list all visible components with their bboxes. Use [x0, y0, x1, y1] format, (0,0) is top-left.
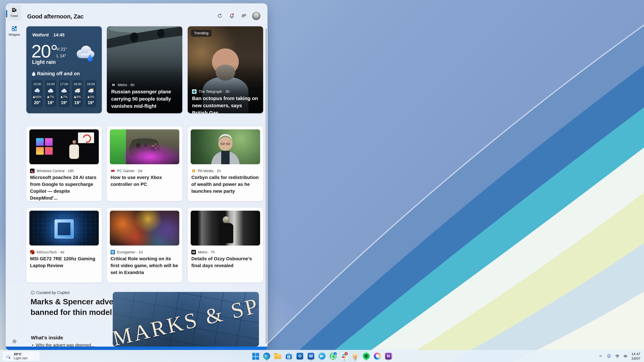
article-image — [191, 211, 260, 246]
feed-icon — [12, 7, 17, 13]
news-card[interactable]: PA Media · 1h Corbyn calls for redistrib… — [188, 126, 263, 201]
copilot-icon — [374, 353, 381, 360]
clock[interactable]: 14:47 24/07 — [630, 352, 642, 361]
article-image — [110, 129, 179, 164]
source-meta: Metro · 7h — [198, 250, 215, 254]
hour-tile[interactable]: 19:00 3% 19° — [86, 80, 96, 107]
taskbar-weather-condition: Light rain — [14, 356, 28, 360]
refresh-button[interactable] — [216, 12, 224, 20]
sidebar-feed-label: Feed — [10, 14, 18, 18]
hour-tile[interactable]: 17:00 7% 19° — [59, 80, 70, 107]
cupcake-icon — [352, 353, 358, 360]
news-card[interactable]: M Metro · 6h Russian passenger plane car… — [107, 26, 182, 113]
chevron-up-icon — [598, 354, 603, 358]
article-image — [110, 211, 179, 246]
taskbar-onenote-button[interactable]: N — [384, 352, 392, 361]
news-card[interactable]: Windows Central · 18h Microsoft poaches … — [26, 126, 102, 201]
running-indicator-dot — [366, 359, 367, 361]
taskbar-edge-button[interactable] — [263, 352, 271, 361]
panel-settings-button[interactable] — [11, 338, 18, 345]
panel-scrollbar[interactable] — [266, 28, 266, 344]
widgets-icon — [12, 26, 17, 31]
news-card[interactable]: Trending The Telegraph · 2h Ban octopus … — [188, 26, 263, 113]
taskbar-spotify-button[interactable] — [362, 352, 370, 361]
news-title: Critical Role working on its first video… — [110, 255, 178, 276]
file-explorer-icon — [274, 353, 281, 359]
pa-media-logo — [191, 169, 196, 173]
hourly-forecast: 15:00 66% 20° 16:00 7% 19° 17:00 7% 19° … — [32, 80, 96, 107]
source-row: Eurogamer · 1d — [110, 250, 143, 254]
taskbar-weather-temp: 20°C — [14, 352, 28, 356]
telegram-icon — [318, 353, 326, 360]
article-image — [29, 211, 99, 246]
feedback-button[interactable] — [240, 12, 248, 20]
gear-icon — [12, 339, 17, 344]
taskbar-word-button[interactable]: W — [307, 352, 315, 361]
sidebar-item-feed[interactable]: Feed — [7, 4, 21, 20]
curated-by-copilot-label: i Curated by Copilot — [31, 290, 70, 295]
tray-app-button[interactable] — [605, 352, 613, 361]
hidden-icons-button[interactable] — [597, 352, 604, 361]
taskbar-weather-widget[interactable]: 20°C Light rain — [3, 351, 40, 361]
weather-card[interactable]: Watford 14:45 20° H 21° L 14° Light rain… — [26, 26, 102, 113]
raindrop-icon — [47, 96, 49, 98]
copilot-headline[interactable]: Marks & Spencer advert banned for thin m… — [30, 296, 121, 318]
metro-logo: M — [111, 83, 116, 87]
news-card[interactable]: M Metro · 7h Details of Ozzy Osbourne’s … — [188, 208, 263, 282]
hour-tile[interactable]: 18:00 6% 19° — [72, 80, 83, 107]
source-row: The Telegraph · 2h — [192, 89, 230, 94]
refresh-icon — [217, 13, 222, 18]
source-row: Windows Central · 18h — [30, 169, 74, 173]
metro-logo: M — [191, 250, 196, 254]
cloud-rain-icon — [73, 42, 98, 62]
weather-header: Watford 14:45 — [32, 32, 64, 37]
news-title: Corbyn calls for redistribution of wealt… — [191, 174, 260, 195]
weather-low: L 14° — [56, 52, 67, 59]
article-image — [29, 129, 99, 164]
microsoft-store-icon — [286, 353, 292, 360]
xbox-controller — [110, 129, 179, 164]
taskbar-whatsapp-button[interactable]: 1 — [329, 352, 337, 361]
running-indicator-dot — [266, 359, 267, 361]
article-image — [191, 129, 260, 164]
news-card[interactable]: KitGuruTech · 4d MSI GE72 7RE 120hz Gami… — [26, 208, 102, 282]
word-icon: W — [308, 353, 314, 360]
taskbar-outlook-button[interactable]: O — [296, 352, 304, 361]
raindrop-icon — [88, 96, 90, 98]
wifi-icon — [615, 354, 620, 359]
volume-button[interactable] — [622, 352, 630, 361]
news-card[interactable]: PC Gamer · 2w How to use every Xbox cont… — [107, 126, 182, 201]
cloud-sun-icon — [87, 87, 95, 93]
kitguru-logo — [30, 250, 34, 254]
running-indicator-dot — [344, 359, 345, 361]
taskbar-copilot-button[interactable] — [373, 352, 381, 361]
hour-tile[interactable]: 15:00 66% 20° — [32, 80, 42, 107]
spotify-icon — [363, 353, 370, 360]
news-card[interactable]: Eurogamer · 1d Critical Role working on … — [107, 208, 182, 282]
notifications-button[interactable] — [228, 12, 236, 20]
taskbar-telegram-button[interactable] — [318, 352, 326, 361]
avatar[interactable] — [252, 12, 260, 20]
start-button[interactable] — [252, 352, 260, 361]
pc-gamer-logo — [110, 169, 115, 173]
cloud-rain-icon — [5, 353, 12, 359]
taskbar-slack-button[interactable]: 2 — [340, 352, 348, 361]
airplane-photo — [107, 26, 182, 60]
trending-badge: Trending — [191, 30, 212, 37]
taskbar-file-explorer-button[interactable] — [274, 352, 282, 361]
taskbar-store-button[interactable] — [285, 352, 293, 361]
source-meta: Windows Central · 18h — [36, 169, 74, 173]
header-actions — [216, 12, 260, 20]
network-button[interactable] — [614, 352, 621, 361]
cloud-sun-icon — [74, 87, 81, 93]
source-meta: Eurogamer · 1d — [117, 250, 143, 254]
taskbar-cupcake-app-button[interactable] — [351, 352, 359, 361]
source-row: M Metro · 6h — [111, 83, 134, 87]
weather-high: H 21° — [56, 46, 67, 52]
copilot-article-image[interactable]: MARKS & SP — [113, 292, 259, 347]
telegraph-logo — [192, 89, 196, 94]
eurogamer-logo — [110, 250, 115, 254]
hour-tile[interactable]: 16:00 7% 19° — [45, 80, 56, 107]
source-row: M Metro · 7h — [191, 250, 215, 254]
sidebar-item-widgets[interactable]: Widgets — [7, 23, 21, 39]
